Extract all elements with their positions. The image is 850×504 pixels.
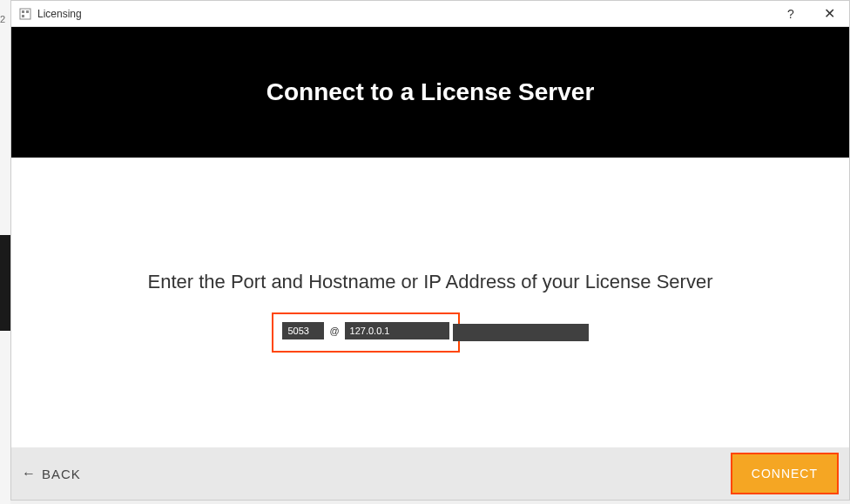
window-title: Licensing xyxy=(37,8,778,20)
licensing-dialog: Licensing ? ✕ Connect to a License Serve… xyxy=(10,0,850,501)
svg-rect-3 xyxy=(22,15,24,17)
svg-rect-0 xyxy=(20,9,30,19)
at-separator: @ xyxy=(329,326,339,336)
titlebar: Licensing ? ✕ xyxy=(11,1,849,27)
instruction-text: Enter the Port and Hostname or IP Addres… xyxy=(148,271,713,293)
banner-title: Connect to a License Server xyxy=(266,78,595,106)
connect-button[interactable]: CONNECT xyxy=(731,453,839,494)
input-highlight-box: @ xyxy=(272,312,459,353)
back-button[interactable]: ← BACK xyxy=(22,466,81,481)
help-button[interactable]: ? xyxy=(778,7,804,21)
back-label: BACK xyxy=(42,467,81,481)
back-arrow-icon: ← xyxy=(22,466,37,481)
hostname-input[interactable] xyxy=(345,322,449,339)
hostname-input-extension[interactable] xyxy=(453,324,589,341)
background-dark-edge xyxy=(0,235,10,331)
port-input[interactable] xyxy=(282,322,324,339)
svg-rect-2 xyxy=(26,10,29,13)
input-row: @ xyxy=(272,312,588,353)
footer: ← BACK CONNECT xyxy=(11,447,849,500)
close-button[interactable]: ✕ xyxy=(816,5,842,22)
banner: Connect to a License Server xyxy=(11,27,849,158)
app-icon xyxy=(18,7,32,21)
svg-rect-1 xyxy=(22,10,24,13)
background-partial-text: 2 xyxy=(0,14,5,24)
titlebar-controls: ? ✕ xyxy=(778,5,842,22)
main-content: Enter the Port and Hostname or IP Addres… xyxy=(11,158,849,447)
